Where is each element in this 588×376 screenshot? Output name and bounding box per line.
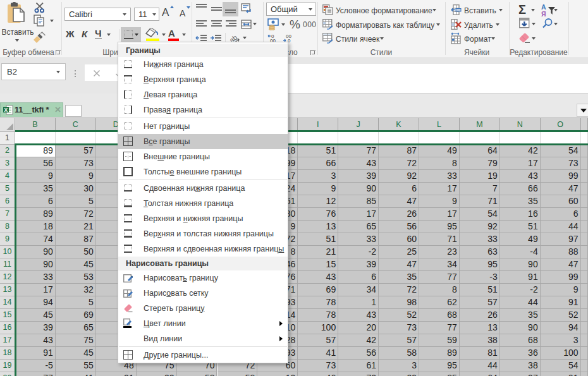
svg-text:X: X [4, 107, 8, 113]
svg-text:Я: Я [541, 10, 546, 17]
